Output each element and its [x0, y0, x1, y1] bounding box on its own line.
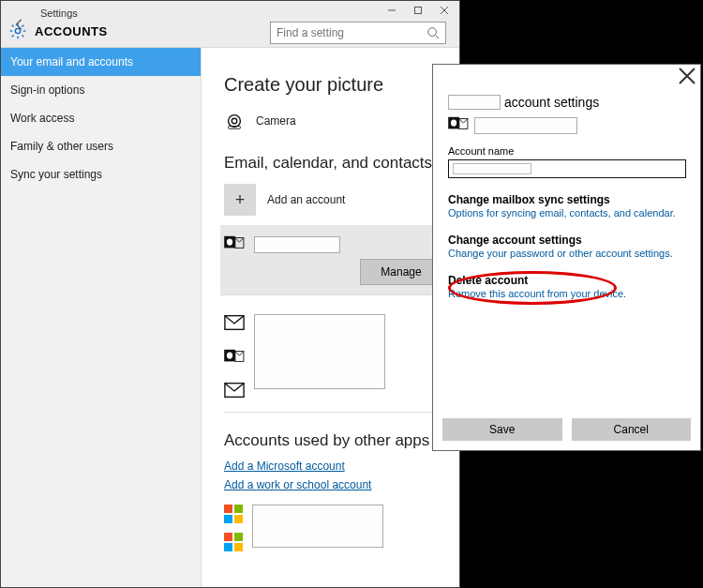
- section-title: Change mailbox sync settings: [448, 193, 685, 206]
- dialog-buttons: Save Cancel: [442, 418, 691, 441]
- save-label: Save: [489, 423, 515, 436]
- add-account-label: Add an account: [267, 193, 345, 206]
- window-title: Settings: [40, 8, 78, 19]
- sidebar: Your email and accounts Sign-in options …: [1, 48, 202, 587]
- settings-window: Settings ACCOUNTS Your e: [0, 0, 460, 588]
- svg-point-14: [232, 118, 237, 124]
- account-block[interactable]: Manage: [220, 225, 448, 295]
- sidebar-item-label: Family & other users: [10, 140, 113, 153]
- section-subtitle: Remove this account from your device.: [448, 288, 685, 299]
- titlebar: Settings ACCOUNTS: [1, 1, 459, 48]
- add-ms-account-link[interactable]: Add a Microsoft account: [224, 460, 442, 473]
- sidebar-item-signin[interactable]: Sign-in options: [1, 76, 201, 104]
- search-icon: [426, 26, 440, 39]
- svg-point-13: [229, 115, 241, 128]
- manage-button[interactable]: Manage: [360, 259, 442, 285]
- sync-settings-section[interactable]: Change mailbox sync settings Options for…: [448, 193, 685, 219]
- outlook-icon: [224, 234, 245, 255]
- sidebar-item-label: Sign-in options: [10, 83, 84, 97]
- section-title: Delete account: [448, 274, 685, 287]
- add-account-row[interactable]: + Add an account: [224, 182, 442, 218]
- close-icon: [440, 6, 449, 15]
- plus-icon: +: [235, 190, 246, 210]
- sidebar-item-label: Sync your settings: [10, 168, 102, 181]
- redacted-account-list: [254, 314, 385, 389]
- change-account-section[interactable]: Change account settings Change your pass…: [448, 234, 685, 259]
- sidebar-item-label: Work access: [10, 112, 74, 125]
- svg-rect-1: [415, 8, 422, 14]
- close-icon: [678, 67, 696, 85]
- redacted-input-value: [453, 163, 531, 174]
- dialog-body: account settings Account name Change mai…: [448, 95, 685, 407]
- svg-line-12: [436, 36, 440, 39]
- redacted-other-accounts: [252, 505, 383, 548]
- page-title: ACCOUNTS: [35, 24, 108, 38]
- sidebar-item-work[interactable]: Work access: [1, 104, 201, 132]
- maximize-button[interactable]: [405, 1, 431, 20]
- maximize-icon: [413, 6, 423, 15]
- account-settings-dialog: account settings Account name Change mai…: [432, 64, 701, 451]
- account-block[interactable]: [224, 303, 442, 413]
- content: Create your picture Camera Email, calend…: [202, 48, 459, 587]
- svg-point-2: [15, 28, 20, 33]
- section-title: Change account settings: [448, 234, 685, 247]
- microsoft-logo-icon: [224, 505, 243, 523]
- redacted-email: [474, 117, 577, 134]
- cancel-label: Cancel: [614, 423, 649, 436]
- svg-line-8: [22, 35, 23, 37]
- sidebar-item-label: Your email and accounts: [10, 55, 133, 68]
- sidebar-item-email-accounts[interactable]: Your email and accounts: [1, 48, 201, 76]
- camera-row[interactable]: Camera: [224, 107, 442, 135]
- section-subtitle: Change your password or other account se…: [448, 248, 685, 259]
- manage-label: Manage: [381, 265, 421, 279]
- microsoft-logo-icon: [224, 533, 243, 551]
- envelope-icon: [224, 382, 245, 402]
- minimize-button[interactable]: [379, 1, 405, 20]
- account-name-input[interactable]: [448, 159, 686, 178]
- outlook-icon: [448, 115, 469, 136]
- svg-line-9: [22, 25, 23, 27]
- envelope-icon: [224, 314, 245, 335]
- outlook-icon: [224, 348, 245, 369]
- cancel-button[interactable]: Cancel: [572, 418, 692, 441]
- search-input[interactable]: [271, 24, 426, 41]
- camera-icon: [224, 111, 245, 131]
- dialog-close-button[interactable]: [678, 67, 696, 85]
- save-button[interactable]: Save: [442, 418, 562, 441]
- svg-point-11: [428, 28, 437, 37]
- delete-account-section[interactable]: Delete account Remove this account from …: [448, 274, 685, 299]
- camera-label: Camera: [256, 114, 296, 128]
- svg-line-7: [12, 25, 14, 27]
- redacted-account-name: [448, 95, 501, 110]
- main-body: Your email and accounts Sign-in options …: [1, 48, 459, 587]
- other-apps-heading: Accounts used by other apps: [224, 431, 442, 450]
- sidebar-item-sync[interactable]: Sync your settings: [1, 160, 201, 188]
- close-button[interactable]: [431, 1, 457, 20]
- redacted-account-name: [254, 236, 340, 253]
- add-work-account-link[interactable]: Add a work or school account: [224, 478, 442, 491]
- window-controls: [379, 1, 457, 20]
- add-account-button[interactable]: +: [224, 184, 256, 216]
- picture-heading: Create your picture: [224, 74, 442, 96]
- svg-line-10: [12, 35, 14, 37]
- minimize-icon: [387, 6, 396, 15]
- search-box[interactable]: [270, 22, 446, 44]
- header: ACCOUNTS: [8, 22, 108, 40]
- account-name-label: Account name: [448, 145, 685, 157]
- gear-icon: [8, 22, 27, 40]
- sidebar-item-family[interactable]: Family & other users: [1, 132, 201, 160]
- dialog-title: account settings: [504, 95, 599, 110]
- email-heading: Email, calendar, and contacts: [224, 154, 442, 173]
- section-subtitle: Options for syncing email, contacts, and…: [448, 207, 685, 219]
